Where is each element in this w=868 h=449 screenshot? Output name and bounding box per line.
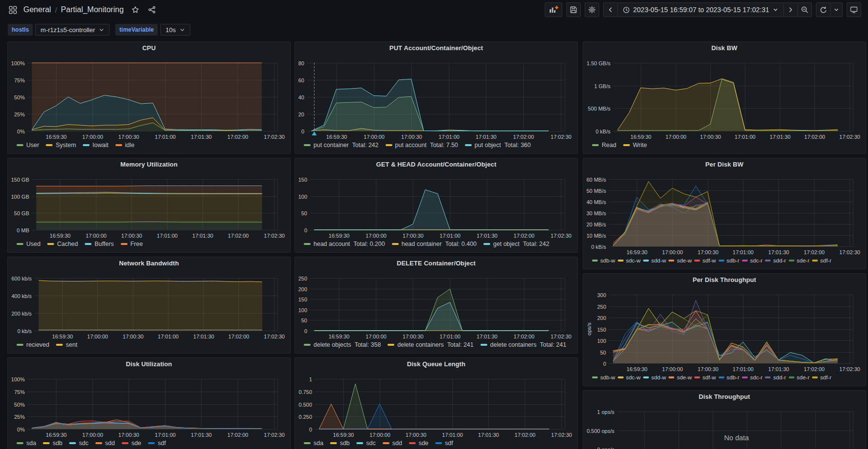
variable-timeVariable-value-dropdown[interactable]: 10s: [160, 24, 190, 36]
legend-item-Iowait[interactable]: Iowait: [83, 142, 109, 149]
disk-queue-length-chart[interactable]: 00.2500.5000.750116:59:3017:00:0017:00:3…: [295, 358, 577, 449]
legend-item-delete-objects[interactable]: delete objectsTotal: 358: [304, 341, 381, 348]
panel-title[interactable]: CPU: [8, 44, 290, 52]
legend-item-sdc-w[interactable]: sdc-w: [618, 258, 641, 263]
apps-grid-icon[interactable]: [7, 4, 18, 16]
panel-title[interactable]: Memory Utilization: [8, 161, 290, 168]
legend-item-put-container[interactable]: put containerTotal: 242: [304, 142, 379, 149]
legend-item-sdb-w[interactable]: sdb-w: [592, 374, 615, 380]
variable-hostls-label[interactable]: hostls: [8, 24, 33, 36]
get-head-chart[interactable]: 05010015016:59:3017:00:0017:00:3017:01:0…: [295, 158, 577, 252]
legend-item-sdf-r[interactable]: sdf-r: [812, 374, 831, 380]
add-panel-button[interactable]: [545, 2, 562, 17]
legend-item-head-container[interactable]: head containerTotal: 0.400: [392, 241, 477, 247]
panel-title[interactable]: Disk Throughput: [583, 393, 866, 400]
legend-item-Used[interactable]: Used: [17, 241, 40, 247]
legend-item-sdc-w[interactable]: sdc-w: [618, 374, 641, 380]
legend-item-sdb-r[interactable]: sdb-r: [719, 374, 739, 380]
legend-item-delete-containers[interactable]: delete containersTotal: 241: [480, 341, 566, 348]
legend-item-sdf-w[interactable]: sdf-w: [694, 258, 716, 263]
legend-item-sdb-w[interactable]: sdb-w: [592, 258, 615, 263]
legend-item-sde-w[interactable]: sde-w: [668, 374, 692, 380]
legend-item-delete-containers[interactable]: delete containersTotal: 241: [388, 341, 473, 348]
breadcrumb-dashboard-title[interactable]: Partial_Monitoring: [61, 5, 124, 14]
variable-timeVariable-label[interactable]: timeVariable: [115, 24, 158, 36]
legend-item-put-object[interactable]: put objectTotal: 360: [465, 142, 531, 149]
legend-item-sdd[interactable]: sdd: [95, 440, 115, 447]
zoom-out-time-button[interactable]: [797, 2, 812, 17]
legend-item-put-account[interactable]: put accountTotal: 7.50: [386, 142, 458, 149]
legend-item-Buffers[interactable]: Buffers: [85, 241, 113, 247]
legend-item-sde[interactable]: sde: [409, 440, 428, 447]
legend-item-sdd-r[interactable]: sdd-r: [765, 374, 786, 380]
legend-item-sdf[interactable]: sdf: [148, 440, 166, 447]
time-shift-back-button[interactable]: [603, 2, 618, 17]
legend-item-sdd[interactable]: sdd: [383, 440, 402, 447]
network-chart[interactable]: 0 kb/s200 kb/s400 kb/s600 kb/s16:59:3017…: [8, 257, 290, 353]
time-range-picker-button[interactable]: 2023-05-15 16:59:07 to 2023-05-15 17:02:…: [617, 2, 784, 17]
panel-title[interactable]: GET & HEAD Account/Container/Object: [295, 161, 577, 168]
panel-title[interactable]: Disk Queue Length: [295, 360, 577, 368]
put-chart[interactable]: 02040608016:59:3017:00:0017:00:3017:01:0…: [295, 42, 577, 153]
cpu-chart[interactable]: 0%25%50%75%100%16:59:3017:00:0017:00:301…: [8, 42, 290, 153]
delete-chart[interactable]: 05010015020025016:59:3017:00:0017:00:301…: [295, 257, 577, 353]
legend-item-sdf-r[interactable]: sdf-r: [812, 258, 831, 263]
panel-title[interactable]: Disk Utilization: [8, 360, 290, 368]
per-disk-throughput-chart[interactable]: 05010015020025030016:59:3017:00:0017:00:…: [583, 274, 866, 386]
panel-title[interactable]: Per Disk Throughput: [583, 276, 866, 283]
legend-item-sde-r[interactable]: sde-r: [789, 258, 810, 263]
legend-label: Read: [602, 142, 616, 149]
legend-item-sda[interactable]: sda: [304, 440, 323, 447]
star-icon[interactable]: [129, 4, 141, 16]
panel-title[interactable]: Per Disk BW: [583, 161, 866, 168]
panel-title[interactable]: Disk BW: [583, 44, 866, 52]
disk-utilization-chart[interactable]: 0%25%50%75%100%16:59:3017:00:0017:00:301…: [8, 358, 290, 449]
legend-item-idle[interactable]: idle: [115, 142, 134, 149]
memory-chart[interactable]: 0 MB50 GB100 GB150 GB16:59:3017:00:0017:…: [8, 158, 290, 252]
legend-swatch-icon: [330, 442, 337, 444]
panel-title[interactable]: DELETE Container/Object: [295, 260, 577, 267]
legend-item-User[interactable]: User: [17, 142, 39, 149]
refresh-interval-caret-button[interactable]: [830, 2, 843, 17]
time-shift-forward-button[interactable]: [783, 2, 798, 17]
legend-item-recieved[interactable]: recieved: [17, 341, 49, 348]
legend-total: Total: 241: [540, 341, 566, 348]
legend-item-head-account[interactable]: head accountTotal: 0.200: [304, 241, 385, 247]
legend-item-Cached[interactable]: Cached: [47, 241, 78, 247]
cycle-view-mode-button[interactable]: [847, 2, 861, 17]
legend-item-Read[interactable]: Read: [592, 142, 616, 149]
legend-swatch-icon: [668, 260, 674, 262]
refresh-dashboard-button[interactable]: [816, 2, 831, 17]
legend-item-sdb[interactable]: sdb: [330, 440, 350, 447]
legend-item-System[interactable]: System: [46, 142, 76, 149]
legend-item-sdc-r[interactable]: sdc-r: [742, 258, 763, 263]
breadcrumb-folder[interactable]: General: [23, 5, 51, 14]
per-disk-bw-chart[interactable]: 0 kB/s10 MB/s20 MB/s30 MB/s40 MB/s50 MB/…: [583, 158, 866, 269]
legend-item-sdb-r[interactable]: sdb-r: [719, 258, 739, 263]
legend-item-sde[interactable]: sde: [122, 440, 141, 447]
dashboard-settings-button[interactable]: [585, 2, 599, 17]
legend-item-sda[interactable]: sda: [17, 440, 36, 447]
legend-item-sde-w[interactable]: sde-w: [668, 258, 692, 263]
save-dashboard-button[interactable]: [566, 2, 581, 17]
legend-item-sdc[interactable]: sdc: [356, 440, 375, 447]
legend-item-sde-r[interactable]: sde-r: [789, 374, 810, 380]
legend-item-Free[interactable]: Free: [121, 241, 143, 247]
legend-item-sdd-r[interactable]: sdd-r: [765, 258, 786, 263]
legend-item-sdf-w[interactable]: sdf-w: [694, 374, 716, 380]
legend-item-sdd-w[interactable]: sdd-w: [643, 374, 666, 380]
legend-item-Write[interactable]: Write: [623, 142, 647, 149]
share-icon[interactable]: [146, 4, 158, 16]
legend-item-sdc-r[interactable]: sdc-r: [742, 374, 763, 380]
panel-title[interactable]: PUT Account/Container/Object: [295, 44, 577, 52]
disk-bw-chart[interactable]: 0 kB/s500 MB/s1 GB/s1.50 GB/s16:59:3017:…: [583, 42, 866, 153]
legend-item-sdb[interactable]: sdb: [43, 440, 62, 447]
variable-hostls-value-dropdown[interactable]: m-r1z1s5-controller: [35, 24, 110, 36]
panel-title[interactable]: Network Bandwidth: [8, 260, 290, 267]
legend-item-get-object[interactable]: get objectTotal: 242: [483, 241, 549, 247]
annotation-marker-icon[interactable]: [312, 131, 317, 135]
legend-item-sdc[interactable]: sdc: [69, 440, 88, 447]
legend-item-sent[interactable]: sent: [56, 341, 77, 348]
legend-item-sdd-w[interactable]: sdd-w: [643, 258, 666, 263]
legend-item-sdf[interactable]: sdf: [435, 440, 453, 447]
